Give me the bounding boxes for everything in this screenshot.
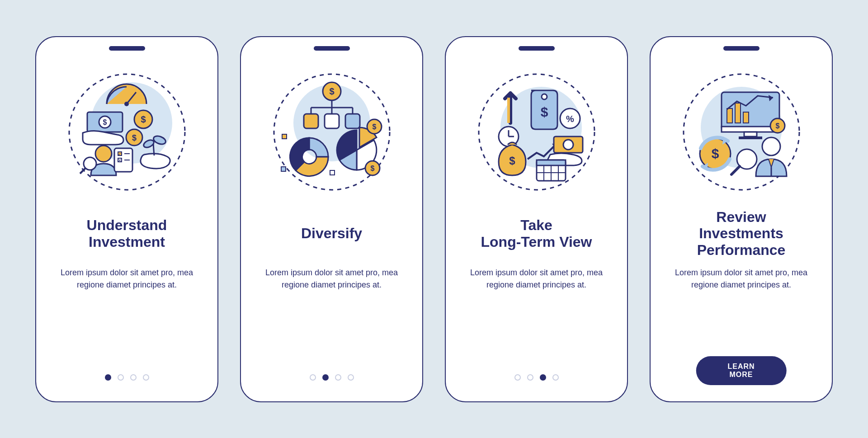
svg-text:✓: ✓ — [118, 152, 122, 156]
pager-dot-4[interactable] — [348, 374, 354, 381]
svg-rect-69 — [743, 112, 749, 123]
svg-point-54 — [563, 140, 573, 150]
pager-dot-3[interactable] — [540, 374, 546, 381]
svg-rect-56 — [537, 160, 566, 165]
svg-point-3 — [124, 102, 129, 106]
pager-dot-2[interactable] — [118, 374, 124, 381]
onboarding-card-3: $ % $ — [445, 36, 628, 402]
pager-dot-4[interactable] — [552, 374, 559, 381]
onboarding-card-1: $ $ $ ✓ ✕ — [35, 36, 218, 402]
svg-text:%: % — [566, 114, 574, 124]
page-indicator — [310, 374, 354, 381]
learn-more-button[interactable]: LEARN MORE — [696, 356, 787, 385]
pager-dot-2[interactable] — [322, 374, 329, 381]
pager-dot-1[interactable] — [310, 374, 316, 381]
understand-investment-icon: $ $ $ ✓ ✕ — [64, 69, 190, 195]
svg-text:$: $ — [775, 122, 779, 130]
svg-text:$: $ — [141, 114, 146, 124]
page-indicator — [105, 374, 149, 381]
pager-dot-1[interactable] — [105, 374, 111, 381]
svg-rect-66 — [739, 137, 762, 139]
card-body: Lorem ipsum dolor sit amet pro, mea regi… — [264, 267, 400, 291]
svg-text:$: $ — [132, 133, 136, 142]
svg-rect-36 — [281, 167, 286, 171]
card-body: Lorem ipsum dolor sit amet pro, mea regi… — [674, 267, 809, 291]
svg-text:$: $ — [711, 146, 719, 161]
svg-rect-68 — [735, 103, 741, 123]
svg-text:$: $ — [372, 123, 376, 131]
review-performance-icon: $ $ — [678, 69, 805, 195]
svg-rect-32 — [304, 114, 318, 128]
card-title: Review Investments Performance — [697, 209, 786, 259]
diversify-icon: $ — [269, 69, 395, 195]
onboarding-cards-row: $ $ $ ✓ ✕ — [35, 36, 833, 402]
svg-rect-34 — [345, 114, 360, 128]
svg-text:✕: ✕ — [118, 158, 122, 163]
pager-dot-3[interactable] — [335, 374, 341, 381]
svg-text:$: $ — [370, 165, 374, 172]
long-term-view-icon: $ % $ — [473, 69, 600, 195]
pager-dot-3[interactable] — [130, 374, 137, 381]
card-title: Take Long-Term View — [481, 209, 592, 259]
svg-rect-65 — [744, 132, 757, 137]
svg-rect-35 — [282, 134, 287, 139]
onboarding-card-2: $ — [240, 36, 423, 402]
pager-dot-2[interactable] — [527, 374, 533, 381]
pager-dot-4[interactable] — [143, 374, 149, 381]
page-indicator — [514, 374, 559, 381]
pager-dot-1[interactable] — [514, 374, 521, 381]
svg-text:$: $ — [509, 155, 515, 167]
svg-text:$: $ — [540, 104, 548, 119]
svg-text:$: $ — [103, 118, 107, 126]
card-title: Understand Investment — [87, 209, 167, 259]
svg-point-75 — [762, 137, 780, 155]
svg-rect-37 — [330, 170, 335, 175]
svg-rect-67 — [727, 108, 732, 123]
card-body: Lorem ipsum dolor sit amet pro, mea regi… — [59, 267, 195, 291]
card-body: Lorem ipsum dolor sit amet pro, mea regi… — [469, 267, 604, 291]
card-title: Diversify — [301, 209, 362, 259]
onboarding-card-4: $ $ Review Investments Performance Lorem… — [650, 36, 833, 402]
svg-point-44 — [542, 94, 547, 99]
svg-point-13 — [95, 146, 112, 162]
svg-text:$: $ — [329, 86, 334, 96]
svg-rect-33 — [325, 114, 339, 128]
svg-point-21 — [84, 157, 96, 170]
